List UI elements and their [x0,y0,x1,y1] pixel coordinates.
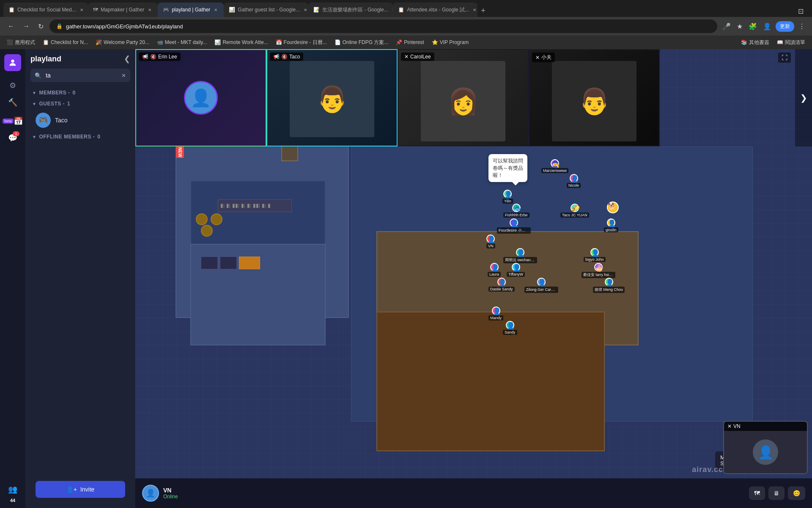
bookmark-checklist[interactable]: 📋Checklist for N... [39,38,91,47]
player-name: Yilin [502,199,513,204]
invite-button[interactable]: 👤+ Invite [36,481,125,498]
station-1 [201,257,218,269]
tab-google1[interactable]: 📝 生活遊樂場創作區 - Google... ✕ [308,3,393,17]
player-avatar: 👤 [605,278,613,286]
bookmark-star-button[interactable]: ★ [735,21,744,32]
xiafu-label: ✕ 小夫 [532,52,555,62]
video-next-arrow[interactable]: ❯ [795,49,812,146]
people-icon[interactable]: 👥 [5,482,20,497]
bookmark-pinterest[interactable]: 📌Pinterest [392,38,427,47]
megaphone-icon: 📢 [273,54,280,60]
taco-name: Taco [289,54,300,60]
bookmark-meet[interactable]: 📹Meet - MKT daily... [154,38,211,47]
bookmark-apps[interactable]: ⬛應用程式 [3,37,38,48]
sidebar-header: playland ❮ [25,49,135,69]
members-section-header[interactable]: ▼ MEMBERS - 0 [25,87,135,98]
piano: ▊▏▊▏▊▊▏▊▏▊▏▊▊▏▊▏▊ [218,199,292,212]
tab-close-5[interactable]: ✕ [472,7,477,13]
tab-playland[interactable]: 🎮 playland | Gather ✕ [158,3,224,17]
player-fourdesire: 👤 Fourdesire 小鍋 sKu [497,218,531,234]
player-avatar: 👤 [510,218,518,227]
beta-badge: beta [3,119,14,124]
sidebar-icon-strip: ⚙ 🔨 beta 📅 💬 1 👥 44 [0,49,25,508]
tab-attendee[interactable]: 📋 Attendee.xlsx - Google 試... ✕ [393,3,477,17]
tab-favicon: 📋 [398,7,404,13]
emoji-button[interactable]: 😊 [788,486,805,500]
forward-button[interactable]: → [20,21,32,32]
player-laura: 👤 Laura [488,263,501,277]
xiafu-avatar: 👨 [579,86,610,116]
taco-video: 👨 [290,61,374,137]
player-name: Fourdesire 小鍋 sKu [497,227,531,234]
tab-close-3[interactable]: ✕ [302,7,308,13]
player-avatar: 👤 [590,248,599,257]
player-zilong: 👤 Zilong Ger Caroll 小夫 [524,278,558,293]
back-button[interactable]: ← [5,21,17,32]
cross-icon: ✕ [535,55,540,61]
bookmark-welcome[interactable]: 🎉Welcome Party 20... [92,38,153,47]
expand-button[interactable]: ⛶ [778,52,791,63]
video-strip: 👤 📢 🔇 Erin Lee 👨 [135,49,812,146]
map-icon: 🗺 [754,490,760,497]
voice-search-button[interactable]: 🎤 [721,21,732,32]
player-mandy: 👤 Mandy [488,306,503,320]
new-tab-button[interactable]: + [477,5,489,17]
player-name: 周明沅 owchang ca Bernie [503,257,537,263]
monitor-icon: 🖥 [774,490,779,497]
player-name: 蔡佳安 larry hsin-yu [582,272,615,278]
bookmark-fourdesire[interactable]: 📅Fourdesire - 日曆... [272,37,330,48]
calendar-icon[interactable]: 📅 [14,113,23,129]
search-input[interactable] [30,69,130,82]
bookmark-more[interactable]: 📚其他書簽 [738,37,773,48]
browser-actions: 🎤 ★ 🧩 👤 更新 ⋮ [721,21,807,32]
megaphone-icon: 📢 [142,54,148,60]
tab-guestlist[interactable]: 📊 Gather guest list - Google... ✕ [224,3,308,17]
map-area[interactable]: ▊▏▊▏▊▊▏▊▏▊▏▊▊▏▊▏▊ [135,49,812,508]
tab-close-0[interactable]: ✕ [79,7,85,13]
player-avatar: 🐕 [607,202,619,213]
map-button[interactable]: 🗺 [749,486,765,500]
members-count: 0 [73,90,76,96]
address-text: gather.town/app/GmGErGjmbATw1eub/playlan… [66,23,183,30]
player-name: Sandy [503,330,517,335]
microphone-icon: 🔇 [150,54,156,60]
reload-button[interactable]: ↻ [36,21,46,32]
bookmark-reading-list[interactable]: 📖閱讀清單 [774,37,809,48]
player-name: Fishhhh Erbe [503,213,529,218]
bookmark-fdpg[interactable]: 📄Online FDPG 方案... [331,37,392,48]
xiafu-video-bg: 👨 [529,50,659,146]
tab-close-1[interactable]: ✕ [147,7,153,13]
menu-button[interactable]: ⋮ [797,21,807,32]
tab-label: Checklist for Social Med... [17,7,76,13]
search-clear-button[interactable]: ✕ [121,72,126,79]
bookmark-vip[interactable]: ⭐VIP Program [428,38,472,47]
player-name: Taco JC YUAN [560,213,589,218]
bookmark-remote[interactable]: 📊Remote Work Atte... [211,38,271,47]
extension-button[interactable]: 🧩 [747,21,759,32]
update-button[interactable]: 更新 [776,21,794,32]
user-status: Online [163,494,178,500]
sidebar-collapse-button[interactable]: ❮ [124,54,130,64]
chat-icon-wrap[interactable]: 💬 1 [5,130,20,146]
xiafu-name: 小夫 [541,54,551,61]
space-name: playland [30,55,61,64]
tab-mapmaker[interactable]: 🗺 Mapmaker | Gather ✕ [88,3,158,17]
player-avatar: 👤 [570,174,578,182]
tab-checklist[interactable]: 📋 Checklist for Social Med... ✕ [3,3,88,17]
build-icon[interactable]: 🔨 [5,95,20,110]
tab-restore-button[interactable]: ⊡ [796,6,805,17]
guests-section-header[interactable]: ▼ GUESTS - 1 [25,98,135,109]
player-avatar: 🌮 [571,204,579,212]
gather-logo[interactable] [4,54,21,71]
player-avatar: 👤 [486,235,495,243]
settings-icon[interactable]: ⚙ [5,78,20,93]
guest-taco[interactable]: 🎮 Taco [29,109,132,131]
tab-close-2[interactable]: ✕ [213,7,219,13]
address-input[interactable]: 🔒 gather.town/app/GmGErGjmbATw1eub/playl… [49,19,717,33]
offline-section-header[interactable]: ▼ OFFLINE MEMBERS - 0 [25,131,135,142]
monitor-button[interactable]: 🖥 [768,486,785,500]
player-name: bigyo John [584,257,606,262]
tab-label: Gather guest list - Google... [238,7,300,13]
player-tiffany: 👤 TiffanyW [507,263,525,277]
profile-button[interactable]: 👤 [761,21,773,32]
